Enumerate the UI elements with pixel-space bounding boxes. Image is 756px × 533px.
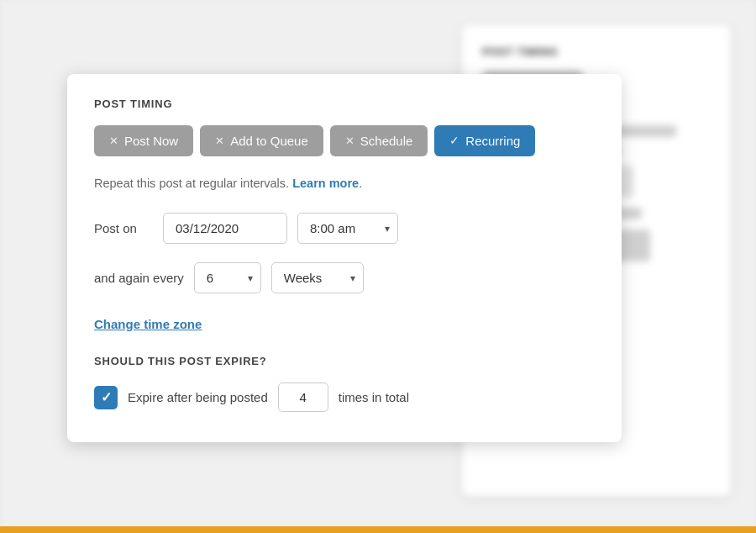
post-on-row: Post on 8:00 am ▾ xyxy=(94,213,595,244)
description-text: Repeat this post at regular intervals. L… xyxy=(94,175,595,193)
expire-number-input[interactable] xyxy=(278,383,328,412)
interval-number-select[interactable]: 6 1 2 3 4 5 7 8 xyxy=(194,262,261,293)
bottom-bar xyxy=(0,526,756,533)
again-every-label: and again every xyxy=(94,271,184,285)
x-icon-schedule: ✕ xyxy=(345,135,354,147)
time-select[interactable]: 8:00 am xyxy=(297,213,398,244)
add-to-queue-button[interactable]: ✕ Add to Queue xyxy=(200,125,323,156)
interval-unit-select[interactable]: Weeks Days Months xyxy=(271,262,364,293)
expire-title: SHOULD THIS POST EXPIRE? xyxy=(94,355,595,367)
time-select-wrapper: 8:00 am ▾ xyxy=(297,213,398,244)
schedule-label: Schedule xyxy=(360,134,413,148)
unit-select-wrapper: Weeks Days Months ▾ xyxy=(271,262,364,293)
expire-suffix: times in total xyxy=(339,390,409,404)
check-icon-recurring: ✓ xyxy=(449,134,459,147)
schedule-button[interactable]: ✕ Schedule xyxy=(330,125,428,156)
x-icon-queue: ✕ xyxy=(215,135,224,147)
learn-more-link[interactable]: Learn more xyxy=(292,177,359,190)
post-now-button[interactable]: ✕ Post Now xyxy=(94,125,193,156)
x-icon: ✕ xyxy=(109,135,118,147)
post-timing-title: POST TIMING xyxy=(94,98,595,110)
again-every-row: and again every 6 1 2 3 4 5 7 8 ▾ Weeks … xyxy=(94,262,595,293)
post-on-label: Post on xyxy=(94,221,153,235)
date-input[interactable] xyxy=(163,213,287,244)
post-timing-card: POST TIMING ✕ Post Now ✕ Add to Queue ✕ … xyxy=(67,74,622,443)
add-to-queue-label: Add to Queue xyxy=(230,134,308,148)
description-main: Repeat this post at regular intervals. xyxy=(94,177,289,190)
recurring-label: Recurring xyxy=(465,134,520,148)
number-select-wrapper: 6 1 2 3 4 5 7 8 ▾ xyxy=(194,262,261,293)
expire-checkbox[interactable]: ✓ xyxy=(94,386,118,409)
change-timezone-link[interactable]: Change time zone xyxy=(94,317,202,331)
description-suffix: . xyxy=(359,177,362,190)
post-now-label: Post Now xyxy=(124,134,178,148)
expire-row: ✓ Expire after being posted times in tot… xyxy=(94,383,595,412)
recurring-button[interactable]: ✓ Recurring xyxy=(434,125,535,156)
timing-buttons-group: ✕ Post Now ✕ Add to Queue ✕ Schedule ✓ R… xyxy=(94,125,595,156)
expire-label: Expire after being posted xyxy=(128,390,268,404)
expire-checkbox-check: ✓ xyxy=(101,389,112,405)
